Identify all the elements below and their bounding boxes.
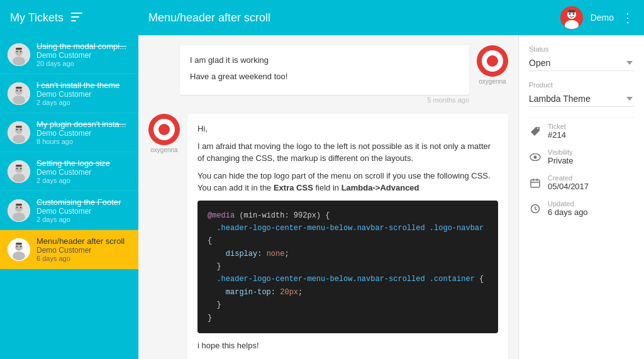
bubble-text: I am glad it is working — [190, 54, 459, 67]
svg-rect-1 — [71, 16, 79, 18]
chat-message-right: I am glad it is workingHave a great week… — [148, 45, 508, 104]
ticket-user: Demo Customer — [36, 129, 131, 138]
updated-value: 6 days ago — [548, 207, 588, 217]
bubble-text: I am afraid that moving the logo to the … — [197, 140, 498, 165]
avatar — [8, 160, 30, 183]
ticket-title: Setting the logo size — [36, 158, 131, 168]
chat-bubble: I am glad it is workingHave a great week… — [180, 45, 469, 95]
ticket-time: 2 days ago — [36, 99, 131, 106]
user-name: Demo — [591, 13, 614, 23]
avatar — [8, 82, 30, 105]
ticket-info: I can't install the themeDemo Customer2 … — [36, 80, 131, 106]
ticket-user: Demo Customer — [36, 51, 131, 60]
avatar — [8, 238, 30, 261]
visibility-row: Visibility Private — [529, 148, 634, 165]
main-layout: Using the modal compi...Demo Customer20 … — [0, 35, 644, 359]
status-section: Status Open Closed Pending — [529, 45, 634, 71]
tag-icon — [529, 125, 541, 138]
avatar — [8, 43, 30, 66]
status-select[interactable]: Open Closed Pending — [529, 55, 634, 71]
sidebar-ticket-t4[interactable]: Setting the logo sizeDemo Customer2 days… — [0, 152, 138, 191]
visibility-info: Visibility Private — [548, 148, 573, 165]
ticket-user: Demo Customer — [36, 90, 131, 99]
ticket-time: 2 days ago — [36, 177, 131, 184]
svg-point-42 — [16, 245, 18, 246]
oxy-avatar — [477, 45, 508, 77]
visibility-label: Visibility — [548, 148, 573, 156]
product-select[interactable]: Lambda Theme — [529, 91, 634, 107]
svg-rect-14 — [16, 48, 22, 50]
sidebar-title: My Tickets — [10, 11, 64, 25]
svg-point-36 — [16, 206, 18, 207]
ticket-user: Demo Customer — [36, 168, 131, 177]
sidebar-ticket-t6[interactable]: Menu/header after scrollDemo Customer6 d… — [0, 230, 138, 269]
svg-point-31 — [20, 167, 21, 168]
sidebar: Using the modal compi...Demo Customer20 … — [0, 35, 138, 359]
ticket-info: Ticket #214 — [548, 123, 566, 140]
svg-point-23 — [13, 135, 25, 143]
ticket-title: Menu/header after scroll — [36, 236, 131, 246]
avatar-label: oxygenna — [479, 78, 506, 85]
ticket-title: Using the modal compi... — [36, 41, 131, 51]
ticket-title: My plugin doesn't insta... — [36, 119, 131, 129]
updated-label: Updated — [548, 200, 588, 207]
sidebar-ticket-t5[interactable]: Customising the FooterDemo Customer2 day… — [0, 191, 138, 230]
svg-rect-47 — [531, 180, 540, 187]
svg-point-13 — [20, 50, 21, 52]
ticket-time: 2 days ago — [36, 216, 131, 223]
created-info: Created 05/04/2017 — [548, 174, 589, 191]
avatar — [8, 121, 30, 144]
svg-rect-8 — [568, 10, 575, 13]
svg-point-43 — [20, 245, 21, 246]
bubble-column: Hi,I am afraid that moving the logo to t… — [187, 114, 508, 359]
ticket-time: 8 hours ago — [36, 138, 131, 145]
svg-rect-26 — [16, 126, 22, 128]
more-icon[interactable]: ⋮ — [621, 10, 634, 25]
sidebar-ticket-t2[interactable]: I can't install the themeDemo Customer2 … — [0, 74, 138, 113]
svg-point-24 — [16, 128, 18, 130]
created-label: Created — [548, 174, 589, 182]
oxy-avatar — [148, 114, 180, 145]
product-section: Product Lambda Theme — [529, 81, 634, 107]
svg-point-17 — [13, 96, 25, 104]
svg-point-19 — [20, 89, 21, 91]
sidebar-ticket-t3[interactable]: My plugin doesn't insta...Demo Customer8… — [0, 113, 138, 152]
ticket-info: My plugin doesn't insta...Demo Customer8… — [36, 119, 131, 145]
bubble-text: i hope this helps! — [197, 340, 498, 352]
filter-icon[interactable] — [71, 13, 82, 23]
visibility-value: Private — [548, 156, 573, 165]
svg-rect-32 — [16, 165, 22, 167]
svg-point-6 — [569, 13, 570, 15]
updated-row: Updated 6 days ago — [529, 200, 634, 217]
svg-point-11 — [13, 57, 25, 65]
svg-point-25 — [20, 128, 21, 130]
ticket-time: 6 days ago — [36, 255, 131, 262]
ticket-label: Ticket — [548, 123, 566, 130]
bubble-text: Hi, — [197, 123, 498, 135]
content-area: I am glad it is workingHave a great week… — [138, 35, 518, 359]
chat-message-left: oxygenna Hi,I am afraid that moving the … — [148, 114, 508, 359]
message-avatar-wrapper: oxygenna — [148, 114, 180, 153]
ticket-user: Demo Customer — [36, 246, 131, 255]
ticket-title: I can't install the theme — [36, 80, 131, 90]
ticket-title: Customising the Footer — [36, 197, 131, 207]
sidebar-ticket-t1[interactable]: Using the modal compi...Demo Customer20 … — [0, 35, 138, 74]
ticket-user: Demo Customer — [36, 207, 131, 216]
bubble-text: Have a great weekend too! — [190, 70, 459, 83]
svg-point-29 — [13, 174, 25, 182]
svg-point-7 — [572, 13, 574, 15]
ticket-time: 20 days ago — [36, 60, 131, 67]
svg-point-12 — [16, 50, 18, 52]
clock-icon — [529, 202, 541, 215]
user-area: Demo ⋮ — [560, 6, 634, 29]
svg-point-35 — [13, 213, 25, 221]
avatar-label: oxygenna — [150, 146, 177, 153]
svg-point-18 — [16, 89, 18, 91]
ticket-info: Menu/header after scrollDemo Customer6 d… — [36, 236, 131, 262]
product-label: Product — [529, 81, 634, 89]
calendar-icon — [529, 177, 541, 189]
svg-rect-44 — [16, 243, 22, 245]
eye-icon — [529, 151, 541, 163]
divider-1 — [529, 117, 634, 118]
ticket-info: Customising the FooterDemo Customer2 day… — [36, 197, 131, 223]
